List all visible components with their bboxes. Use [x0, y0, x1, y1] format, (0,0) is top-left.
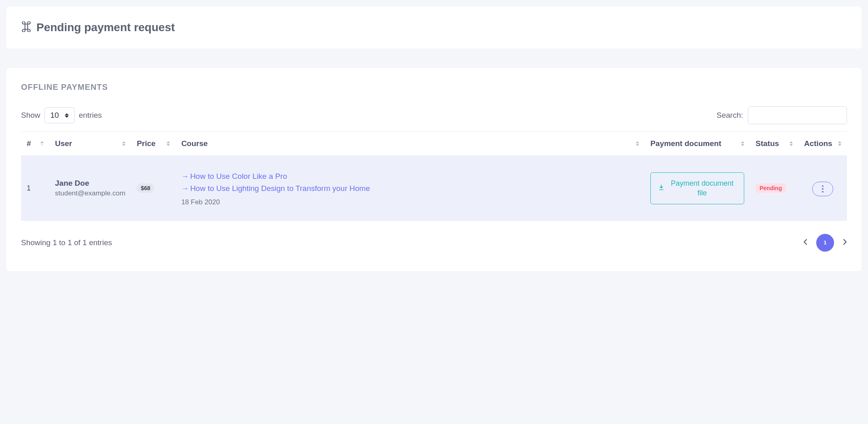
col-num[interactable]: #	[21, 132, 49, 156]
show-label: Show	[21, 111, 40, 120]
row-actions-button[interactable]	[812, 182, 833, 196]
search-control: Search:	[717, 106, 847, 124]
section-title: OFFLINE PAYMENTS	[21, 83, 847, 92]
sort-icon	[838, 141, 841, 146]
chevron-left-icon	[803, 239, 807, 245]
sort-icon	[741, 141, 744, 146]
chevron-right-icon	[843, 239, 847, 245]
payment-document-label: Payment document file	[668, 178, 737, 198]
sort-icon	[167, 141, 170, 146]
sort-icon	[40, 141, 44, 146]
payment-document-button[interactable]: Payment document file	[650, 172, 744, 204]
prev-page-button[interactable]	[803, 239, 807, 246]
pagination: 1	[803, 234, 847, 252]
col-actions-label: Actions	[804, 139, 832, 148]
show-entries-control: Show 10 entries	[21, 107, 102, 123]
col-actions[interactable]: Actions	[798, 132, 847, 156]
payments-table: # User Price	[21, 131, 847, 221]
page-button[interactable]: 1	[816, 234, 834, 252]
page-header-card: Pending payment request	[6, 6, 862, 49]
cell-payment-doc: Payment document file	[645, 156, 750, 221]
status-badge: Pending	[756, 183, 786, 193]
download-icon	[658, 183, 665, 193]
cell-price: $68	[131, 156, 176, 221]
user-email: student@example.com	[55, 189, 125, 197]
col-price-label: Price	[137, 139, 155, 148]
sort-icon	[122, 141, 125, 146]
col-user-label: User	[55, 139, 72, 148]
col-status[interactable]: Status	[750, 132, 798, 156]
cell-status: Pending	[750, 156, 798, 221]
offline-payments-card: OFFLINE PAYMENTS Show 10 entries Search:…	[6, 68, 862, 271]
col-price[interactable]: Price	[131, 132, 176, 156]
col-status-label: Status	[756, 139, 779, 148]
col-course[interactable]: Course	[176, 132, 645, 156]
search-input[interactable]	[748, 106, 847, 124]
table-row: 1 Jane Doe student@example.com $68 →How …	[21, 156, 847, 221]
sort-icon	[790, 141, 793, 146]
price-pill: $68	[137, 183, 154, 193]
entries-label: entries	[79, 111, 102, 120]
entries-select-value: 10	[51, 111, 59, 120]
select-caret-icon	[65, 113, 69, 118]
search-label: Search:	[717, 111, 743, 120]
entries-select[interactable]: 10	[44, 107, 75, 123]
col-payment-doc-label: Payment document	[650, 139, 721, 148]
table-info: Showing 1 to 1 of 1 entries	[21, 238, 112, 247]
cell-course: →How to Use Color Like a Pro →How to Use…	[176, 156, 645, 221]
col-user[interactable]: User	[49, 132, 131, 156]
command-icon	[21, 21, 32, 34]
page-title: Pending payment request	[36, 21, 175, 34]
course-link[interactable]: How to Use Color Like a Pro	[190, 172, 287, 180]
arrow-right-icon: →	[181, 184, 188, 193]
course-link[interactable]: How to Use Lighting Design to Transform …	[190, 184, 370, 193]
sort-icon	[636, 141, 639, 146]
course-date: 18 Feb 2020	[181, 198, 639, 206]
next-page-button[interactable]	[843, 239, 847, 246]
cell-actions	[798, 156, 847, 221]
col-payment-doc[interactable]: Payment document	[645, 132, 750, 156]
col-num-label: #	[27, 139, 31, 148]
arrow-right-icon: →	[181, 172, 188, 180]
cell-num: 1	[21, 156, 49, 221]
cell-user: Jane Doe student@example.com	[49, 156, 131, 221]
user-name: Jane Doe	[55, 179, 125, 188]
col-course-label: Course	[181, 139, 207, 148]
